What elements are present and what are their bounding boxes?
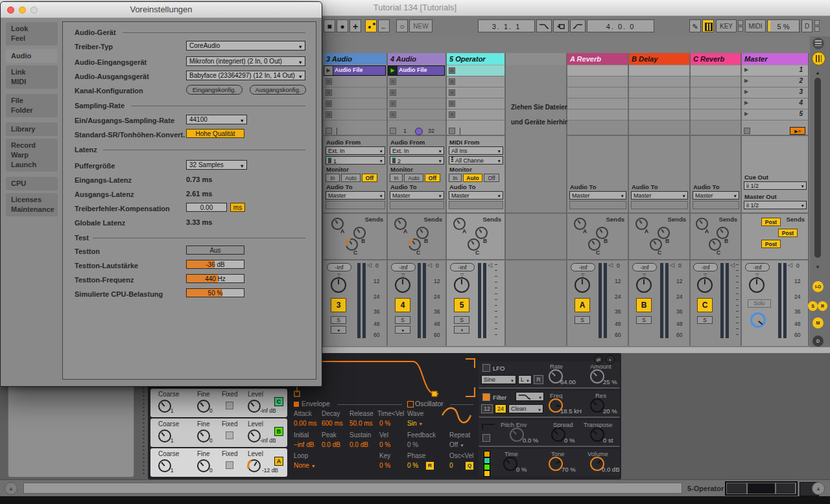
- re-enable-automation-button[interactable]: ←: [378, 19, 390, 32]
- tab-file-folder[interactable]: FileFolder: [6, 94, 58, 117]
- timevel-value[interactable]: 0 %: [379, 420, 390, 427]
- filter-type-dropdown[interactable]: [516, 392, 544, 401]
- solo-button[interactable]: S: [395, 316, 410, 324]
- filter-res-knob[interactable]: [590, 398, 604, 413]
- solo-button[interactable]: S: [575, 316, 590, 324]
- tab-library[interactable]: Library: [6, 122, 58, 136]
- driver-type-dropdown[interactable]: CoreAudio: [186, 41, 305, 51]
- send-a-post-button[interactable]: Post: [761, 218, 781, 226]
- phase-retrig-button[interactable]: R: [426, 462, 434, 470]
- level-knob[interactable]: [248, 400, 261, 413]
- fine-knob[interactable]: [197, 400, 210, 413]
- track-header-5[interactable]: 5 Operator: [447, 53, 504, 65]
- input-channel-dropdown[interactable]: All Channe: [449, 156, 503, 165]
- oscillator-c-badge[interactable]: C: [274, 397, 283, 406]
- arm-button[interactable]: ●: [395, 326, 410, 334]
- peak-value[interactable]: 0.0 dB: [322, 441, 340, 448]
- clip-slot[interactable]: [388, 98, 445, 109]
- fine-knob[interactable]: [197, 430, 210, 442]
- output-channel-box[interactable]: [326, 201, 385, 209]
- lfo-checkbox[interactable]: [482, 364, 490, 372]
- release-value[interactable]: 50.0 ms: [350, 420, 373, 427]
- tab-record-warp-launch[interactable]: RecordWarpLaunch: [6, 139, 58, 172]
- pitch-env-checkbox[interactable]: [482, 434, 490, 442]
- clip-playing-icon[interactable]: ▶: [388, 66, 397, 75]
- clip-slot[interactable]: [324, 98, 386, 109]
- key-map-button[interactable]: KEY: [716, 19, 737, 32]
- cpu-load-meter[interactable]: 5 %: [767, 19, 800, 32]
- midi-map-button[interactable]: MIDI: [745, 19, 766, 32]
- oscvel-value[interactable]: 0: [449, 462, 453, 469]
- solo-button[interactable]: S: [636, 316, 652, 324]
- osc-d-color-chip[interactable]: [484, 470, 490, 477]
- volume-display[interactable]: -Inf: [745, 263, 770, 271]
- master-out-dropdown[interactable]: ii 1/2: [744, 201, 807, 209]
- clip-slot[interactable]: [447, 76, 504, 87]
- capture-new-scene-button[interactable]: NEW: [409, 19, 433, 32]
- back-to-arrangement-button[interactable]: ▶≡: [790, 127, 805, 135]
- test-tone-button[interactable]: Aus: [186, 246, 244, 255]
- clip-slot[interactable]: [388, 109, 445, 120]
- lfo-amount-knob[interactable]: [590, 369, 604, 384]
- clip-slot[interactable]: [324, 76, 386, 87]
- track-stop-row[interactable]: [324, 127, 386, 136]
- lfo-shape-dropdown[interactable]: Sine: [481, 375, 516, 384]
- monitor-in-button[interactable]: In: [390, 174, 403, 182]
- output-channel-box[interactable]: [631, 201, 688, 209]
- filter-circuit-dropdown[interactable]: Clean: [508, 404, 543, 413]
- minimize-window-icon[interactable]: [19, 6, 26, 14]
- input-channel-dropdown[interactable]: 2: [390, 156, 444, 165]
- pan-knob[interactable]: [331, 277, 346, 293]
- oscillator-row-b[interactable]: Coarse Fine Fixed Level 1 0 -inf dB B: [150, 418, 287, 447]
- stop-all-clips-row[interactable]: ▶≡: [742, 127, 808, 136]
- track-stop-row[interactable]: 1 32: [388, 127, 445, 136]
- tab-licenses-maintenance[interactable]: LicensesMaintenance: [6, 193, 58, 216]
- output-channel-box[interactable]: [449, 201, 503, 209]
- repeat-select[interactable]: Off ▼: [449, 441, 464, 448]
- volume-display[interactable]: -Inf: [450, 263, 475, 271]
- drop-zone-column[interactable]: Ziehen Sie Dateien und Geräte hierhin.: [506, 53, 567, 346]
- session-record-button[interactable]: ○: [396, 19, 408, 32]
- track-activator[interactable]: 3: [331, 298, 346, 312]
- key-value[interactable]: 0 %: [379, 462, 390, 469]
- clip-slot[interactable]: [447, 65, 504, 76]
- info-view-toggle-icon[interactable]: ▲: [5, 482, 18, 495]
- output-config-button[interactable]: Ausgangskonfig.: [250, 85, 306, 95]
- input-config-button[interactable]: Eingangskonfig.: [186, 85, 243, 95]
- pan-knob[interactable]: [575, 277, 590, 293]
- master-solo-button[interactable]: Solo: [748, 299, 771, 308]
- level-knob[interactable]: [248, 459, 261, 472]
- return-activator[interactable]: B: [636, 298, 652, 312]
- monitor-off-button[interactable]: Off: [484, 174, 499, 182]
- input-type-dropdown[interactable]: Ext. In: [326, 146, 385, 155]
- mixer-overview-icon[interactable]: [812, 52, 825, 65]
- show-sends-toggle[interactable]: S: [808, 301, 818, 311]
- clip-slot-playing[interactable]: ▶ Audio File: [388, 65, 445, 76]
- osc-b-color-chip[interactable]: [484, 457, 490, 464]
- send-b-post-button[interactable]: Post: [778, 229, 798, 237]
- output-dropdown[interactable]: Master: [569, 191, 626, 200]
- automation-arm-button[interactable]: [365, 19, 377, 32]
- test-tone-volume-slider[interactable]: -36 dB: [186, 260, 244, 269]
- coarse-knob[interactable]: [158, 459, 171, 472]
- clip-slot[interactable]: ▶ Audio File: [324, 65, 386, 76]
- hot-swap-icon[interactable]: ⇄: [594, 355, 603, 364]
- attack-value[interactable]: 0.00 ms: [294, 420, 317, 427]
- output-dropdown[interactable]: Master: [693, 191, 739, 200]
- send-c-post-button[interactable]: Post: [761, 240, 781, 248]
- input-channel-dropdown[interactable]: 1: [326, 156, 385, 165]
- show-mixer-toggle[interactable]: M: [812, 317, 824, 328]
- track-activator[interactable]: 5: [454, 298, 469, 312]
- tab-look-feel[interactable]: LookFeel: [6, 22, 58, 45]
- overdub-button[interactable]: +: [350, 19, 361, 32]
- clip-slot[interactable]: [447, 109, 504, 120]
- return-header-a[interactable]: A Reverb: [567, 53, 628, 65]
- preview-volume-knob[interactable]: [750, 312, 766, 328]
- output-channel-box[interactable]: [390, 201, 444, 209]
- lfo-retrig-button[interactable]: R: [534, 375, 543, 384]
- sustain-value[interactable]: 0.0 dB: [350, 441, 368, 448]
- arrangement-record-button[interactable]: ●: [337, 19, 348, 32]
- arm-button[interactable]: ◑: [454, 326, 469, 334]
- level-knob[interactable]: [248, 430, 261, 442]
- cue-out-dropdown[interactable]: ii 1/2: [744, 181, 807, 190]
